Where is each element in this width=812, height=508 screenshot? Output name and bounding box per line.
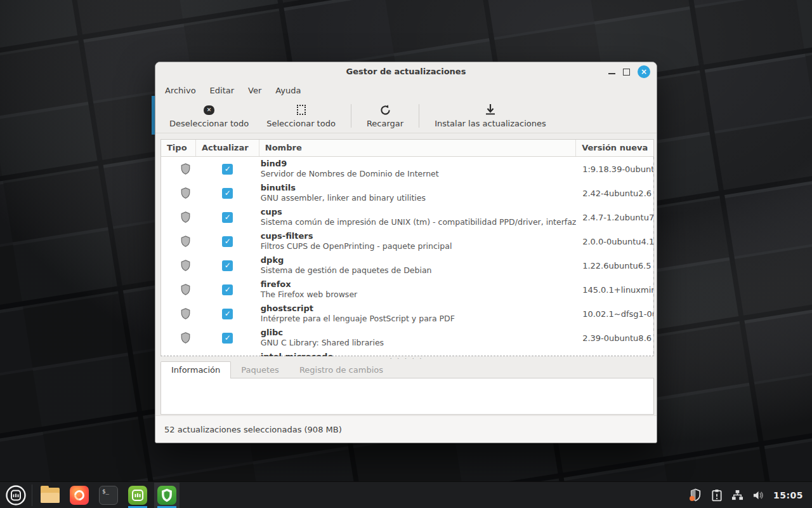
maximize-button[interactable]: [623, 69, 630, 76]
package-name: firefox: [261, 279, 576, 290]
table-body: bind9Servidor de Nombres de Dominio de I…: [161, 157, 653, 356]
table-row[interactable]: binutilsGNU assembler, linker and binary…: [161, 181, 653, 205]
install-updates-button[interactable]: Instalar las actualizaciones: [426, 99, 555, 133]
update-checkbox[interactable]: [222, 333, 233, 344]
toolbar-separator: [351, 104, 351, 128]
terminal-icon: $_: [99, 486, 118, 505]
package-version: 1.22.6ubuntu6.5: [576, 261, 653, 271]
package-description: Servidor de Nombres de Dominio de Intern…: [261, 169, 576, 179]
firefox-launcher[interactable]: [67, 483, 92, 508]
update-shield-notify-icon[interactable]: [690, 488, 702, 502]
package-version: 2.0.0-0ubuntu4.1: [576, 237, 653, 246]
security-shield-icon: [181, 211, 190, 223]
header-tipo[interactable]: Tipo: [161, 140, 196, 156]
security-shield-icon: [181, 260, 190, 271]
security-shield-icon: [181, 308, 190, 319]
install-updates-label: Instalar las actualizaciones: [435, 119, 546, 128]
table-row[interactable]: glibcGNU C Library: Shared libraries 2.3…: [161, 326, 653, 350]
update-manager-icon: [157, 486, 176, 505]
firefox-icon: [70, 486, 89, 505]
package-version: 1:9.18.39-0ubuntu: [576, 164, 653, 174]
terminal-launcher[interactable]: $_: [96, 483, 121, 508]
menubar: Archivo Editar Ver Ayuda: [155, 81, 657, 99]
taskbar: $_ 15:05: [0, 481, 812, 508]
software-manager-launcher[interactable]: [125, 483, 150, 508]
update-checkbox[interactable]: [222, 284, 233, 295]
table-row[interactable]: dpkgSistema de gestión de paquetes de De…: [161, 253, 653, 277]
notification-dot: [690, 496, 695, 501]
security-shield-icon: [181, 332, 190, 344]
update-checkbox[interactable]: [222, 212, 233, 223]
install-updates-icon: [485, 102, 496, 117]
update-manager-launcher[interactable]: [154, 483, 180, 508]
table-row[interactable]: cups-filtersFiltros CUPS de OpenPrinting…: [161, 229, 653, 253]
taskbar-launchers: $_: [37, 482, 180, 508]
update-checkbox[interactable]: [222, 188, 233, 199]
update-checkbox[interactable]: [222, 164, 233, 175]
security-shield-icon: [181, 163, 190, 175]
deselect-all-button[interactable]: Deseleccionar todo: [160, 99, 258, 133]
update-checkbox[interactable]: [222, 309, 233, 319]
table-row[interactable]: bind9Servidor de Nombres de Dominio de I…: [161, 157, 653, 181]
update-checkbox[interactable]: [222, 260, 233, 271]
reload-label: Recargar: [367, 119, 403, 128]
header-actualizar[interactable]: Actualizar: [196, 140, 259, 156]
updates-table: Tipo Actualizar Nombre Versión nueva bin…: [160, 139, 654, 356]
package-name: cups: [261, 207, 576, 217]
window-title: Gestor de actualizaciones: [155, 62, 657, 81]
taskbar-separator: [32, 485, 32, 506]
package-description: Intérprete para el lenguaje PostScript y…: [261, 314, 576, 324]
tab-informacion[interactable]: Información: [160, 361, 231, 378]
pane-resize-handle[interactable]: · · · · ·: [155, 356, 657, 361]
menu-archivo[interactable]: Archivo: [158, 83, 203, 98]
security-shield-icon: [181, 187, 190, 199]
header-nombre[interactable]: Nombre: [259, 140, 576, 156]
toolbar-separator: [419, 104, 419, 128]
close-button[interactable]: ×: [638, 65, 650, 78]
menu-ayuda[interactable]: Ayuda: [268, 83, 308, 98]
statusbar: 52 actualizaciones seleccionadas (908 MB…: [155, 415, 657, 443]
titlebar[interactable]: Gestor de actualizaciones ×: [155, 62, 657, 81]
menu-ver[interactable]: Ver: [241, 83, 268, 98]
package-name: dpkg: [261, 255, 576, 265]
package-description: GNU C Library: Shared libraries: [261, 338, 576, 348]
update-manager-window: Gestor de actualizaciones × Archivo Edit…: [155, 62, 657, 443]
reload-icon: [379, 102, 391, 117]
toolbar: Deseleccionar todo Seleccionar todo Reca…: [155, 99, 657, 133]
select-all-button[interactable]: Seleccionar todo: [258, 99, 344, 133]
system-tray: 15:05: [690, 482, 812, 508]
header-version-nueva[interactable]: Versión nueva: [576, 140, 653, 156]
status-text: 52 actualizaciones seleccionadas (908 MB…: [164, 425, 342, 434]
minimize-button[interactable]: [608, 62, 615, 81]
security-shield-icon: [181, 284, 190, 295]
package-description: The Firefox web browser: [261, 290, 576, 300]
table-row[interactable]: firefoxThe Firefox web browser 145.0.1+l…: [161, 277, 653, 302]
package-name: glibc: [261, 328, 576, 338]
table-row[interactable]: ghostscriptIntérprete para el lenguaje P…: [161, 302, 653, 326]
update-checkbox[interactable]: [222, 236, 233, 247]
select-all-label: Seleccionar todo: [266, 119, 336, 128]
network-icon[interactable]: [731, 488, 744, 502]
package-version: 2.4.7-1.2ubuntu7.4: [576, 213, 653, 222]
reload-button[interactable]: Recargar: [358, 99, 412, 133]
software-manager-icon: [128, 486, 147, 505]
file-manager-launcher[interactable]: [37, 483, 63, 508]
file-manager-icon: [41, 488, 60, 503]
detail-tabs: Información Paquetes Registro de cambios: [160, 362, 653, 378]
mint-menu-button[interactable]: [0, 482, 32, 508]
clock[interactable]: 15:05: [773, 490, 803, 500]
table-row[interactable]: cupsSistema común de impresión de UNIX (…: [161, 205, 653, 229]
volume-icon[interactable]: [752, 488, 765, 502]
package-name: bind9: [261, 159, 576, 169]
tab-paquetes[interactable]: Paquetes: [231, 362, 289, 378]
report-clipboard-icon[interactable]: [710, 488, 723, 502]
mint-menu-icon: [5, 485, 27, 506]
package-version: 10.02.1~dfsg1-0ub: [576, 309, 653, 319]
deselect-all-label: Deseleccionar todo: [169, 119, 249, 128]
package-name: ghostscript: [261, 304, 576, 314]
select-all-icon: [297, 105, 306, 115]
package-version: 2.39-0ubuntu8.6: [576, 333, 653, 343]
tab-registro-de-cambios[interactable]: Registro de cambios: [289, 362, 393, 378]
package-description: Filtros CUPS de OpenPrinting - paquete p…: [261, 241, 576, 251]
menu-editar[interactable]: Editar: [203, 83, 242, 98]
